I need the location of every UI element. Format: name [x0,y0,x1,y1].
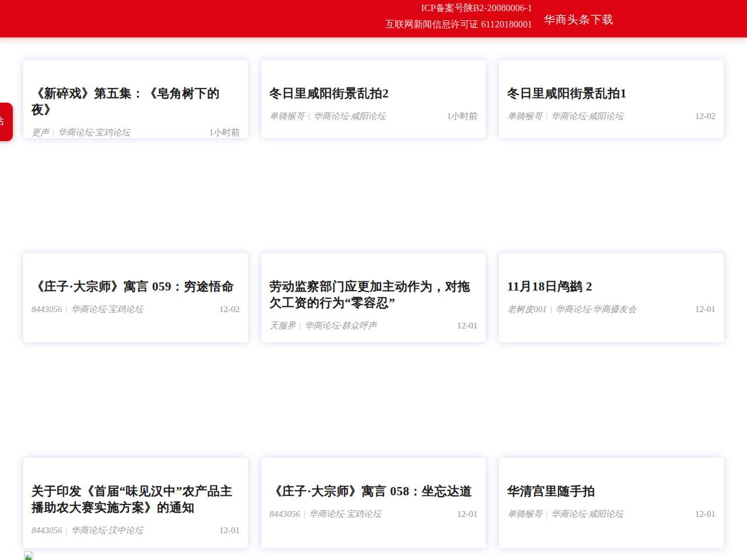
news-license-text: 互联网新闻信息许可证 61120180001 [386,19,532,30]
side-tab-label: 站 [0,116,4,127]
meta-separator: | [53,128,54,137]
article-author-forum: 单骑猴哥|华商论坛·咸阳论坛 [507,111,623,122]
article-title[interactable]: 《新碎戏》第五集：《皂角树下的夜》 [32,85,240,118]
meta-separator: | [308,111,310,121]
article-card[interactable]: 关于印发《首届“味见汉中”农产品主播助农大赛实施方案》的通知 8443056|华… [23,458,248,548]
forum-name: 华商论坛·咸阳论坛 [313,111,386,121]
article-time: 1小时前 [209,127,240,138]
article-meta: 天服界|华商论坛·群众呼声 12-01 [270,320,478,331]
article-author-forum: 8443056|华商论坛·汉中论坛 [32,525,143,536]
forum-name: 华商论坛·华商摄友会 [556,304,637,314]
article-time: 1小时前 [447,111,478,122]
author-name: 8443056 [32,526,62,535]
article-time: 12-01 [457,509,477,519]
forum-name: 华商论坛·咸阳论坛 [551,111,623,121]
author-name: 单骑猴哥 [507,509,542,519]
author-name: 天服界 [270,321,296,330]
forum-name: 华商论坛·咸阳论坛 [551,509,623,519]
article-author-forum: 8443056|华商论坛·宝鸡论坛 [32,304,143,315]
meta-separator: | [550,304,552,314]
article-card[interactable]: 《庄子·大宗师》寓言 059：穷途悟命 8443056|华商论坛·宝鸡论坛 12… [23,253,248,342]
article-author-forum: 单骑猴哥|华商论坛·咸阳论坛 [507,509,623,520]
author-name: 8443056 [270,509,301,519]
article-card[interactable]: 《新碎戏》第五集：《皂角树下的夜》 更声|华商论坛·宝鸡论坛 1小时前 [23,60,248,138]
article-card[interactable]: 《庄子·大宗师》寓言 058：坐忘达道 8443056|华商论坛·宝鸡论坛 12… [261,458,486,548]
article-author-forum: 单骑猴哥|华商论坛·咸阳论坛 [270,111,386,122]
forum-name: 华商论坛·宝鸡论坛 [58,128,130,137]
article-meta: 8443056|华商论坛·宝鸡论坛 12-02 [32,304,240,315]
top-red-bar: ICP备案号陕B2-20080006-1 互联网新闻信息许可证 61120180… [0,0,747,38]
meta-separator: | [546,111,547,121]
meta-separator: | [66,304,68,314]
forum-name: 华商论坛·群众呼声 [305,321,377,330]
article-card[interactable]: 华清宫里随手拍 单骑猴哥|华商论坛·咸阳论坛 12-01 [499,458,724,548]
article-time: 12-02 [695,111,715,121]
article-meta: 单骑猴哥|华商论坛·咸阳论坛 1小时前 [270,111,478,122]
author-name: 单骑猴哥 [270,111,305,121]
article-time: 12-01 [695,509,715,519]
article-title[interactable]: 《庄子·大宗师》寓言 058：坐忘达道 [270,483,478,499]
article-title[interactable]: 冬日里咸阳街景乱拍1 [507,85,715,102]
icp-license-text: ICP备案号陕B2-20080006-1 [386,3,532,13]
article-author-forum: 天服界|华商论坛·群众呼声 [270,320,377,331]
author-name: 8443056 [32,304,62,314]
meta-separator: | [299,321,301,330]
article-card[interactable]: 11月18日鸬鹚 2 老树皮001|华商论坛·华商摄友会 12-01 [499,253,724,342]
forum-name: 华商论坛·汉中论坛 [71,526,144,535]
meta-separator: | [546,509,547,519]
article-card[interactable]: 冬日里咸阳街景乱拍1 单骑猴哥|华商论坛·咸阳论坛 12-02 [499,60,724,138]
meta-separator: | [303,509,305,519]
forum-name: 华商论坛·宝鸡论坛 [71,304,144,314]
author-name: 单骑猴哥 [507,111,542,121]
site-license-block: ICP备案号陕B2-20080006-1 互联网新闻信息许可证 61120180… [386,0,532,30]
broken-image-icon [23,551,35,560]
card-row: 《庄子·大宗师》寓言 059：穷途悟命 8443056|华商论坛·宝鸡论坛 12… [23,253,724,342]
article-meta: 8443056|华商论坛·宝鸡论坛 12-01 [270,509,478,520]
article-author-forum: 更声|华商论坛·宝鸡论坛 [32,127,130,138]
article-title[interactable]: 华清宫里随手拍 [507,483,715,499]
article-title[interactable]: 冬日里咸阳街景乱拍2 [270,85,478,102]
side-floating-tab[interactable]: 站 [0,103,13,141]
forum-name: 华商论坛·宝鸡论坛 [309,509,381,519]
article-meta: 更声|华商论坛·宝鸡论坛 1小时前 [32,127,240,138]
article-author-forum: 8443056|华商论坛·宝鸡论坛 [270,509,381,520]
article-time: 12-01 [219,526,240,536]
article-card[interactable]: 劳动监察部门应更加主动作为，对拖欠工资的行为“零容忍” 天服界|华商论坛·群众呼… [261,253,486,342]
card-row: 《新碎戏》第五集：《皂角树下的夜》 更声|华商论坛·宝鸡论坛 1小时前 冬日里咸… [23,60,724,138]
article-time: 12-01 [457,321,477,331]
article-title[interactable]: 劳动监察部门应更加主动作为，对拖欠工资的行为“零容忍” [270,278,478,311]
article-meta: 单骑猴哥|华商论坛·咸阳论坛 12-02 [507,111,715,122]
article-card[interactable]: 冬日里咸阳街景乱拍2 单骑猴哥|华商论坛·咸阳论坛 1小时前 [261,60,486,138]
card-row: 关于印发《首届“味见汉中”农产品主播助农大赛实施方案》的通知 8443056|华… [23,458,724,548]
article-author-forum: 老树皮001|华商论坛·华商摄友会 [507,304,636,315]
article-grid: 《新碎戏》第五集：《皂角树下的夜》 更声|华商论坛·宝鸡论坛 1小时前 冬日里咸… [0,60,747,548]
author-name: 更声 [32,128,49,137]
article-meta: 单骑猴哥|华商论坛·咸阳论坛 12-01 [507,509,715,520]
article-time: 12-01 [695,304,715,314]
article-meta: 8443056|华商论坛·汉中论坛 12-01 [32,525,240,536]
author-name: 老树皮001 [507,304,547,314]
article-title[interactable]: 11月18日鸬鹚 2 [507,278,715,295]
app-download-link[interactable]: 华商头条下载 [544,12,614,27]
article-title[interactable]: 《庄子·大宗师》寓言 059：穷途悟命 [32,278,240,295]
article-time: 12-02 [219,304,240,314]
article-title[interactable]: 关于印发《首届“味见汉中”农产品主播助农大赛实施方案》的通知 [32,483,240,516]
article-meta: 老树皮001|华商论坛·华商摄友会 12-01 [507,304,715,315]
meta-separator: | [66,526,68,535]
